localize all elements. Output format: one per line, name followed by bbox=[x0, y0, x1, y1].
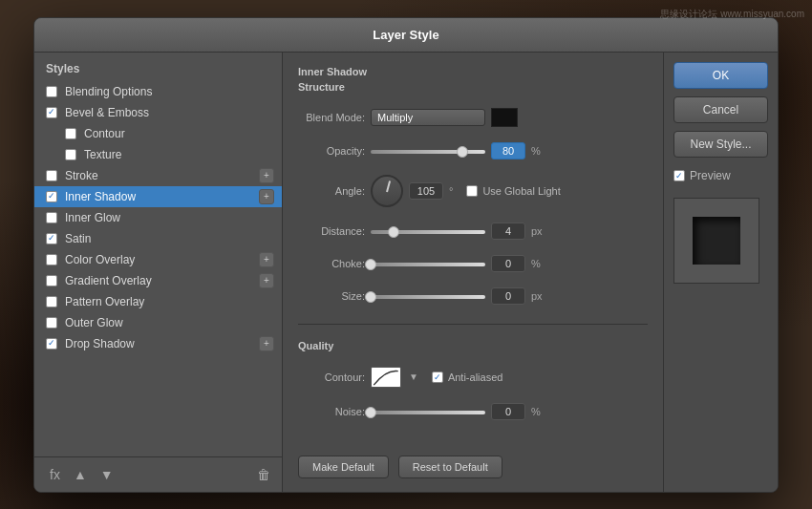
sidebar-item-color-overlay[interactable]: Color Overlay+ bbox=[34, 249, 282, 270]
checkbox-contour[interactable] bbox=[65, 128, 76, 139]
color-swatch[interactable] bbox=[491, 108, 518, 127]
sidebar-item-texture[interactable]: Texture bbox=[34, 144, 282, 165]
right-panel: OK Cancel New Style... Preview bbox=[663, 53, 778, 492]
contour-row: Contour: ▼ Anti-aliased bbox=[298, 367, 648, 388]
footer-buttons: Make Default Reset to Default bbox=[298, 456, 648, 478]
contour-dropdown-arrow[interactable]: ▼ bbox=[409, 371, 418, 382]
checkbox-satin[interactable] bbox=[46, 233, 57, 244]
divider bbox=[298, 324, 648, 325]
blend-mode-row: Blend Mode: Multiply Normal Screen Overl… bbox=[298, 108, 648, 127]
move-down-button[interactable]: ▼ bbox=[96, 465, 118, 484]
sidebar-item-pattern-overlay[interactable]: Pattern Overlay bbox=[34, 291, 282, 312]
plus-btn-stroke[interactable]: + bbox=[259, 168, 274, 183]
blend-mode-select[interactable]: Multiply Normal Screen Overlay bbox=[371, 109, 485, 126]
plus-btn-color-overlay[interactable]: + bbox=[259, 252, 274, 267]
sidebar-item-satin[interactable]: Satin bbox=[34, 228, 282, 249]
size-thumb[interactable] bbox=[365, 291, 376, 303]
label-drop-shadow: Drop Shadow bbox=[65, 337, 135, 350]
sidebar-item-stroke[interactable]: Stroke+ bbox=[34, 165, 282, 186]
anti-aliased-row[interactable]: Anti-aliased bbox=[432, 371, 502, 383]
checkbox-gradient-overlay[interactable] bbox=[46, 275, 57, 286]
layer-style-dialog: Layer Style Styles Blending OptionsBevel… bbox=[33, 17, 779, 493]
checkbox-color-overlay[interactable] bbox=[46, 254, 57, 265]
checkbox-blending-options[interactable] bbox=[46, 86, 57, 97]
distance-label: Distance: bbox=[298, 225, 365, 237]
fx-button[interactable]: fx bbox=[46, 465, 64, 484]
sidebar-item-contour[interactable]: Contour bbox=[34, 123, 282, 144]
noise-input[interactable] bbox=[491, 403, 525, 420]
size-track[interactable] bbox=[371, 295, 485, 299]
choke-thumb[interactable] bbox=[365, 259, 376, 270]
choke-unit: % bbox=[531, 258, 541, 269]
checkbox-inner-shadow[interactable] bbox=[46, 191, 57, 202]
noise-row: Noise: % bbox=[298, 403, 648, 420]
size-input[interactable] bbox=[491, 287, 525, 305]
contour-label: Contour: bbox=[298, 371, 365, 383]
styles-list: Blending OptionsBevel & EmbossContourTex… bbox=[34, 81, 282, 354]
use-global-light-row[interactable]: Use Global Light bbox=[466, 185, 560, 197]
use-global-light-label: Use Global Light bbox=[482, 185, 560, 197]
checkbox-drop-shadow[interactable] bbox=[46, 338, 57, 350]
new-style-button[interactable]: New Style... bbox=[673, 131, 768, 158]
use-global-light-checkbox[interactable] bbox=[466, 185, 478, 197]
label-gradient-overlay: Gradient Overlay bbox=[65, 274, 152, 287]
noise-thumb[interactable] bbox=[365, 407, 376, 418]
plus-btn-inner-shadow[interactable]: + bbox=[259, 189, 274, 204]
structure-title: Structure bbox=[298, 81, 648, 93]
inner-shadow-title: Inner Shadow bbox=[298, 66, 648, 77]
checkbox-inner-glow[interactable] bbox=[46, 212, 57, 223]
reset-to-default-button[interactable]: Reset to Default bbox=[398, 456, 502, 478]
cancel-button[interactable]: Cancel bbox=[673, 96, 768, 123]
opacity-track[interactable] bbox=[371, 150, 485, 154]
anti-aliased-label: Anti-aliased bbox=[448, 371, 502, 383]
checkbox-bevel-emboss[interactable] bbox=[46, 107, 57, 118]
watermark: 思缘设计论坛 www.missyuan.com bbox=[660, 8, 804, 21]
angle-dial[interactable] bbox=[371, 175, 403, 207]
sidebar-item-outer-glow[interactable]: Outer Glow bbox=[34, 312, 282, 333]
choke-label: Choke: bbox=[298, 258, 365, 269]
angle-unit: ° bbox=[449, 185, 453, 197]
angle-input[interactable] bbox=[409, 182, 443, 200]
opacity-thumb[interactable] bbox=[457, 146, 468, 158]
delete-button[interactable]: 🗑 bbox=[257, 467, 270, 482]
dialog-title: Layer Style bbox=[34, 18, 778, 53]
sidebar-item-inner-shadow[interactable]: Inner Shadow+ bbox=[34, 186, 282, 207]
noise-track[interactable] bbox=[371, 411, 485, 414]
checkbox-stroke[interactable] bbox=[46, 170, 57, 181]
contour-preview[interactable] bbox=[371, 367, 401, 388]
label-bevel-emboss: Bevel & Emboss bbox=[65, 106, 149, 119]
ok-button[interactable]: OK bbox=[673, 62, 768, 89]
checkbox-outer-glow[interactable] bbox=[46, 317, 57, 329]
label-texture: Texture bbox=[84, 148, 121, 161]
angle-row: Angle: ° Use Global Light bbox=[298, 175, 648, 207]
sidebar-item-drop-shadow[interactable]: Drop Shadow+ bbox=[34, 333, 282, 354]
label-color-overlay: Color Overlay bbox=[65, 253, 135, 266]
preview-inner bbox=[693, 217, 740, 265]
sidebar-item-bevel-emboss[interactable]: Bevel & Emboss bbox=[34, 102, 282, 123]
dialog-body: Styles Blending OptionsBevel & EmbossCon… bbox=[34, 53, 778, 492]
sidebar-item-gradient-overlay[interactable]: Gradient Overlay+ bbox=[34, 270, 282, 291]
distance-track[interactable] bbox=[371, 230, 485, 234]
checkbox-texture[interactable] bbox=[65, 149, 76, 160]
plus-btn-drop-shadow[interactable]: + bbox=[259, 336, 274, 351]
checkbox-pattern-overlay[interactable] bbox=[46, 296, 57, 308]
label-inner-glow: Inner Glow bbox=[65, 211, 120, 224]
preview-label: Preview bbox=[690, 169, 731, 182]
noise-unit: % bbox=[531, 406, 541, 417]
anti-aliased-checkbox[interactable] bbox=[432, 371, 443, 383]
distance-thumb[interactable] bbox=[388, 226, 399, 238]
styles-header: Styles bbox=[34, 53, 282, 81]
choke-input[interactable] bbox=[491, 255, 525, 272]
preview-row[interactable]: Preview bbox=[673, 165, 768, 186]
move-up-button[interactable]: ▲ bbox=[70, 465, 91, 484]
opacity-unit: % bbox=[531, 145, 541, 157]
preview-checkbox[interactable] bbox=[673, 170, 685, 181]
make-default-button[interactable]: Make Default bbox=[298, 456, 389, 478]
plus-btn-gradient-overlay[interactable]: + bbox=[259, 273, 274, 288]
distance-input[interactable] bbox=[491, 223, 525, 240]
choke-track[interactable] bbox=[371, 263, 485, 266]
sidebar-item-blending-options[interactable]: Blending Options bbox=[34, 81, 282, 102]
opacity-input[interactable] bbox=[491, 142, 525, 159]
sidebar-item-inner-glow[interactable]: Inner Glow bbox=[34, 207, 282, 228]
label-pattern-overlay: Pattern Overlay bbox=[65, 295, 144, 308]
